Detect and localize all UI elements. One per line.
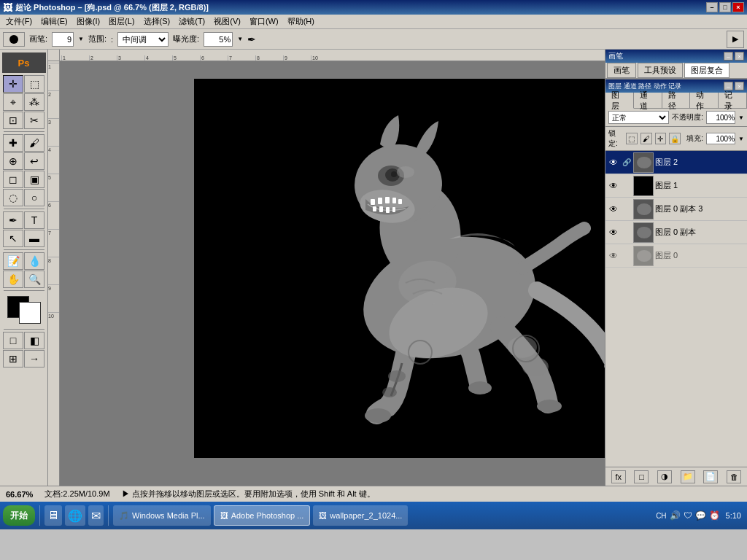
layer-item-0c[interactable]: 👁 图层 0 副本 <box>605 221 747 244</box>
layer-styles-btn[interactable]: fx <box>611 470 626 483</box>
lock-move-btn[interactable]: ✛ <box>655 133 667 144</box>
group-layers-btn[interactable]: 📁 <box>681 470 695 483</box>
blend-mode-select[interactable]: 正常 溶解 正片叠底 <box>608 111 669 124</box>
layer-eye-0c3[interactable]: 👁 <box>607 203 620 216</box>
blur-tool[interactable]: ◌ <box>3 189 23 206</box>
taskbar-email[interactable]: ✉ <box>88 505 104 526</box>
screen-mode-btn[interactable]: ⊞ <box>3 350 23 368</box>
opacity-arrow[interactable]: ▼ <box>738 114 744 121</box>
tab-channels[interactable]: 通道 <box>634 93 662 108</box>
tab-history[interactable]: 记录 <box>719 93 747 108</box>
layer-eye-1[interactable]: 👁 <box>607 179 620 192</box>
brush-size-arrow[interactable]: ▼ <box>78 36 84 42</box>
gradient-tool[interactable]: ▣ <box>24 171 44 188</box>
svg-rect-13 <box>392 207 395 212</box>
hand-tool[interactable]: ✋ <box>3 271 23 288</box>
adjustment-layer-btn[interactable]: ◑ <box>657 470 672 483</box>
fill-input[interactable] <box>706 133 735 144</box>
fill-arrow[interactable]: ▼ <box>738 136 744 142</box>
new-layer-btn[interactable]: 📄 <box>703 470 718 483</box>
clone-tool[interactable]: ⊕ <box>3 152 23 170</box>
delete-layer-btn[interactable]: 🗑 <box>727 470 741 483</box>
taskbar-ie[interactable]: 🌐 <box>65 505 85 526</box>
brush-tool[interactable]: 🖌 <box>24 134 44 152</box>
layer-item-0c3[interactable]: 👁 图层 0 副本 3 <box>605 198 747 221</box>
shape-tool[interactable]: ▬ <box>24 230 44 247</box>
menu-help[interactable]: 帮助(H) <box>283 15 319 28</box>
zoom-tool[interactable]: 🔍 <box>24 271 44 288</box>
menu-edit[interactable]: 编辑(E) <box>36 15 72 28</box>
h-tick: 3 <box>117 55 144 61</box>
svg-point-38 <box>637 250 651 262</box>
brush-size-input[interactable] <box>52 32 74 47</box>
move-tool[interactable]: ✛ <box>3 75 23 93</box>
dodge-tool[interactable]: ○ <box>24 189 44 206</box>
lock-all-btn[interactable]: 🔒 <box>669 133 681 144</box>
start-button[interactable]: 开始 <box>3 505 35 526</box>
menu-window[interactable]: 窗口(W) <box>245 15 283 28</box>
tab-brush[interactable]: 画笔 <box>607 63 636 78</box>
maximize-button[interactable]: □ <box>719 2 731 12</box>
type-tool[interactable]: T <box>24 211 44 229</box>
lock-paint-btn[interactable]: 🖌 <box>640 133 652 144</box>
layer-item-2[interactable]: 👁 🔗 图层 2 <box>605 151 747 174</box>
slice-tool[interactable]: ✂ <box>24 112 44 129</box>
panel-minimize-btn[interactable]: – <box>724 52 733 61</box>
lock-transparent-btn[interactable]: ⬚ <box>626 133 638 144</box>
tab-layers[interactable]: 图层 <box>605 93 634 109</box>
close-button[interactable]: × <box>732 2 744 12</box>
eyedropper-tool[interactable]: 💧 <box>24 252 44 270</box>
options-menu-btn[interactable]: ▶ <box>727 31 744 48</box>
heal-tool[interactable]: ✚ <box>3 134 23 152</box>
tab-paths[interactable]: 路径 <box>662 93 691 108</box>
tab-tool-presets[interactable]: 工具预设 <box>638 63 683 78</box>
layer-eye-0[interactable]: 👁 <box>607 249 620 262</box>
layer-link-2[interactable]: 🔗 <box>622 156 632 169</box>
range-select[interactable]: 中间调 高光 阴影 <box>117 32 169 47</box>
svg-rect-9 <box>398 199 402 204</box>
panel-close-btn[interactable]: × <box>735 52 744 61</box>
menu-layer[interactable]: 图层(L) <box>104 15 139 28</box>
history-brush[interactable]: ↩ <box>24 152 44 170</box>
h-tick: 2 <box>89 55 117 61</box>
layer-item-0[interactable]: 👁 图层 0 <box>605 244 747 268</box>
imageready-btn[interactable]: → <box>24 350 44 368</box>
h-tick: 8 <box>255 55 283 61</box>
opacity-input[interactable] <box>706 111 735 124</box>
minimize-button[interactable]: – <box>706 2 718 12</box>
crop-tool[interactable]: ⊡ <box>3 112 23 129</box>
eraser-tool[interactable]: ◻ <box>3 171 23 188</box>
pen-tool[interactable]: ✒ <box>3 211 23 229</box>
standard-mode[interactable]: □ <box>3 332 23 349</box>
marquee-tool[interactable]: ⬚ <box>24 75 44 93</box>
magic-wand-tool[interactable]: ⁂ <box>24 93 44 111</box>
taskbar-media-player[interactable]: 🎵 Windows Media Pl... <box>113 505 211 526</box>
tray-speaker-icon[interactable]: 🔊 <box>670 510 681 521</box>
layer-name-0c3: 图层 0 副本 3 <box>655 203 746 214</box>
exposure-arrow[interactable]: ▼ <box>237 36 243 42</box>
menu-filter[interactable]: 滤镜(T) <box>174 15 209 28</box>
quick-mask-mode[interactable]: ◧ <box>24 332 44 349</box>
layer-name-1: 图层 1 <box>655 180 746 191</box>
taskbar-photoshop[interactable]: 🖼 Adobe Photoshop ... <box>214 505 311 526</box>
background-color[interactable] <box>19 302 41 324</box>
panel-controls: – × <box>724 52 744 61</box>
tab-actions[interactable]: 动作 <box>690 93 719 108</box>
taskbar-wallpaper[interactable]: 🖼 wallpaper_2_1024... <box>313 505 408 526</box>
menu-image[interactable]: 图像(I) <box>72 15 104 28</box>
layer-eye-2[interactable]: 👁 <box>607 156 620 169</box>
taskbar-show-desktop[interactable]: 🖥 <box>44 505 62 526</box>
lasso-tool[interactable]: ⌖ <box>3 93 23 111</box>
menu-file[interactable]: 文件(F) <box>1 15 36 28</box>
layer-mask-btn[interactable]: □ <box>634 470 649 483</box>
menu-view[interactable]: 视图(V) <box>209 15 245 28</box>
path-select-tool[interactable]: ↖ <box>3 230 23 247</box>
layer-eye-0c[interactable]: 👁 <box>607 226 620 239</box>
airbrush-icon[interactable]: ✒ <box>247 34 256 45</box>
tab-layer-comp[interactable]: 图层复合 <box>684 63 729 78</box>
menu-select[interactable]: 选择(S) <box>139 15 175 28</box>
layer-item-1[interactable]: 👁 图层 1 <box>605 174 747 198</box>
notes-tool[interactable]: 📝 <box>3 252 23 270</box>
v-tick: 2 <box>48 90 59 118</box>
exposure-input[interactable] <box>204 32 233 47</box>
